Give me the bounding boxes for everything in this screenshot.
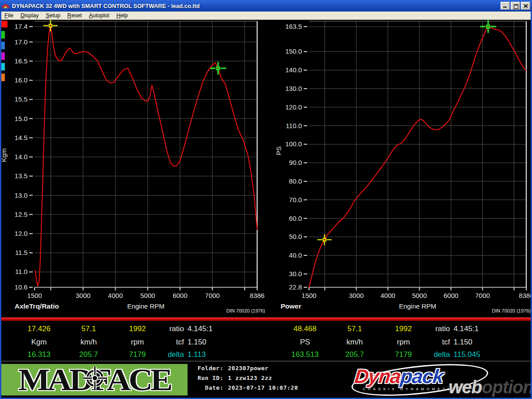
svg-text:8386: 8386 — [250, 292, 264, 299]
menubar: FileDisplaySetupResetAutoplotHelp — [0, 12, 532, 20]
ratio-label: ratio — [415, 325, 450, 334]
watermark-option: option — [482, 377, 532, 397]
weboption-watermark: weboption — [449, 377, 532, 397]
power-cursor1-speed: 57.1 — [330, 325, 379, 334]
ratio-value: 4.145:1 — [454, 325, 524, 334]
svg-text:6000: 6000 — [172, 292, 187, 299]
svg-text:90.0: 90.0 — [289, 159, 302, 166]
right-din-label: DIN 70020 (1976) — [452, 308, 531, 313]
tcf-value: 1.150 — [188, 338, 258, 348]
svg-text:22.8: 22.8 — [289, 283, 302, 291]
torque-run-curve — [35, 26, 258, 286]
torque-readout-panel: 17.426 57.1 1992 ratio 4.145:1 Kgm km/h … — [0, 321, 266, 361]
svg-text:17.0: 17.0 — [15, 38, 27, 46]
svg-text:8386: 8386 — [519, 292, 532, 299]
titlebar[interactable]: DYNAPACK 32 4WD with SMART CONTROL SOFTW… — [0, 0, 532, 12]
svg-text:12.0: 12.0 — [15, 230, 27, 237]
svg-text:5000: 5000 — [141, 292, 155, 299]
svg-text:15.5: 15.5 — [15, 95, 27, 103]
menu-item-setup[interactable]: Setup — [42, 12, 64, 19]
minimize-button[interactable] — [501, 2, 510, 10]
svg-text:150.0: 150.0 — [285, 47, 302, 55]
svg-text:13.5: 13.5 — [15, 172, 27, 180]
watermark-web: web — [449, 377, 482, 397]
dynapack-text-red: Dyna — [353, 365, 402, 387]
svg-text:16.0: 16.0 — [15, 76, 27, 84]
restore-button[interactable] — [511, 2, 520, 10]
svg-text:12.5: 12.5 — [15, 211, 27, 218]
svg-text:7000: 7000 — [205, 292, 219, 299]
svg-text:1500: 1500 — [301, 292, 316, 299]
svg-text:70.0: 70.0 — [289, 196, 302, 203]
svg-text:80.0: 80.0 — [289, 177, 302, 185]
tcf-value: 1.150 — [454, 338, 524, 348]
svg-text:7000: 7000 — [475, 292, 490, 299]
torque-cursor2-speed: 205.7 — [64, 350, 113, 360]
menu-item-file[interactable]: File — [1, 12, 17, 19]
separator-bar — [0, 317, 532, 321]
torque-cursor2-value: 16.313 — [6, 350, 72, 360]
svg-text:15.0: 15.0 — [15, 115, 27, 122]
run-id-value: 1 zzw123 2zz — [228, 375, 272, 381]
svg-text:PS: PS — [275, 146, 282, 155]
right-chart-title: Power — [281, 302, 301, 310]
menu-item-autoplot[interactable]: Autoplot — [86, 12, 113, 19]
right-xaxis-label: Engine RPM — [373, 302, 462, 310]
speed-unit: km/h — [330, 338, 379, 348]
ratio-value: 4.145:1 — [188, 325, 258, 334]
svg-text:17.4: 17.4 — [15, 23, 27, 30]
dynapack-subtitle: CHASSIS DYNAMOMETERS — [363, 387, 463, 391]
power-chart-grid — [309, 21, 526, 287]
menu-item-display[interactable]: Display — [17, 12, 42, 19]
speed-unit: km/h — [64, 338, 113, 348]
folder-label: Folder: — [192, 365, 223, 372]
close-icon — [524, 4, 528, 8]
svg-text:140.0: 140.0 — [285, 66, 302, 74]
power-run-curve — [309, 27, 526, 287]
svg-text:13.0: 13.0 — [15, 192, 27, 199]
svg-text:130.0: 130.0 — [285, 85, 302, 92]
window-border-left — [0, 12, 1, 399]
date-label: Date: — [192, 384, 223, 391]
power-cursor2-speed: 205.7 — [330, 350, 379, 360]
svg-text:14.5: 14.5 — [15, 134, 27, 141]
power-chart-frame — [309, 21, 526, 287]
run-id-label: Run ID: — [192, 375, 223, 381]
svg-text:4000: 4000 — [108, 292, 123, 299]
svg-text:4000: 4000 — [380, 292, 395, 299]
torque-chart-axes: 17.417.016.516.015.515.014.514.013.513.0… — [0, 23, 265, 299]
svg-text:5000: 5000 — [412, 292, 426, 299]
svg-text:10.6: 10.6 — [15, 283, 27, 291]
menu-item-help[interactable]: Help — [113, 12, 131, 19]
svg-text:120.0: 120.0 — [285, 103, 302, 111]
svg-text:14.0: 14.0 — [15, 153, 27, 160]
svg-text:60.0: 60.0 — [289, 215, 302, 222]
svg-text:11.0: 11.0 — [15, 268, 27, 275]
svg-text:11.5: 11.5 — [15, 249, 27, 256]
power-unit: PS — [272, 338, 338, 348]
delta-value: 1.113 — [188, 350, 258, 360]
app-icon — [2, 2, 9, 10]
minimize-icon — [503, 7, 507, 8]
svg-text:110.0: 110.0 — [286, 122, 302, 129]
dyno-charts[interactable]: 17.417.016.516.015.515.014.514.013.513.0… — [0, 20, 532, 317]
ratio-label: ratio — [149, 325, 184, 334]
svg-text:30.0: 30.0 — [289, 270, 302, 278]
svg-text:163.5: 163.5 — [285, 23, 302, 30]
tcf-label: tcf — [415, 338, 450, 348]
svg-text:1500: 1500 — [27, 292, 42, 299]
left-xaxis-label: Engine RPM — [102, 302, 190, 310]
menu-item-reset[interactable]: Reset — [64, 12, 86, 19]
delta-value: 115.045 — [454, 350, 524, 360]
app-window: DYNAPACK 32 4WD with SMART CONTROL SOFTW… — [0, 0, 532, 399]
dynapack-logo-text: Dynapack — [354, 367, 445, 386]
crosshair-icon — [82, 366, 107, 391]
svg-text:3000: 3000 — [76, 292, 90, 299]
close-button[interactable] — [521, 2, 530, 10]
delta-label: delta — [149, 350, 184, 360]
dynapack-text-blue: pack — [399, 365, 444, 387]
power-cursor1-value: 48.468 — [272, 325, 338, 334]
svg-text:3000: 3000 — [349, 292, 364, 299]
folder-value: 202307power — [228, 365, 269, 372]
restore-icon — [514, 4, 518, 9]
